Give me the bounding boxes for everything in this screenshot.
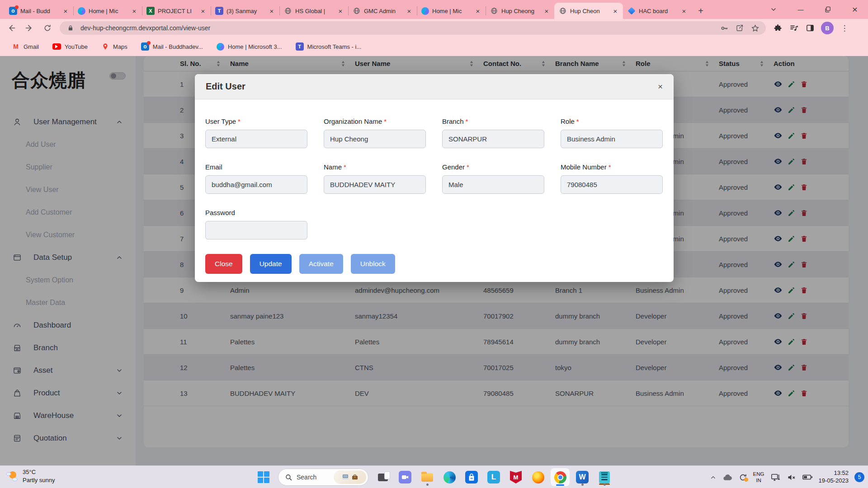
chat-icon[interactable]: [397, 468, 413, 486]
tab-close-icon[interactable]: [130, 7, 138, 15]
close-window-button[interactable]: [848, 3, 862, 16]
tab-close-icon[interactable]: [199, 7, 207, 15]
l-app-icon[interactable]: [486, 468, 501, 486]
tab-close-icon[interactable]: [474, 7, 482, 15]
tab-close-icon[interactable]: [611, 7, 619, 15]
extensions-puzzle-icon[interactable]: [772, 23, 783, 33]
bookmark-maps[interactable]: Maps: [101, 42, 127, 51]
file-explorer-icon[interactable]: [420, 468, 435, 486]
modal-title: Edit User: [206, 81, 245, 92]
clock[interactable]: 13:52 19-05-2023: [819, 469, 849, 485]
reload-icon[interactable]: [41, 21, 54, 35]
firefox-icon[interactable]: [530, 468, 546, 486]
media-controls-icon[interactable]: [788, 23, 799, 33]
word-icon[interactable]: [575, 468, 590, 486]
address-bar[interactable]: dev-hup-cheongcrm.devxportal.com/view-us…: [60, 21, 766, 35]
weather-widget[interactable]: 35°C Partly sunny: [5, 468, 55, 484]
tab-close-icon[interactable]: [61, 7, 70, 15]
bookmark-teams[interactable]: Microsoft Teams - i...: [296, 42, 362, 51]
tab-close-icon[interactable]: [268, 7, 276, 15]
task-view-icon[interactable]: [375, 468, 391, 486]
tab-mail[interactable]: Mail - Budd: [5, 3, 73, 19]
tray-chevron-up-icon[interactable]: [710, 474, 717, 481]
email-input[interactable]: [205, 175, 307, 194]
tab-hup-cheong-1[interactable]: Hup Cheong: [486, 3, 554, 19]
back-icon[interactable]: [5, 21, 18, 35]
mobile-number-input[interactable]: [561, 175, 663, 194]
weather-condition: Partly sunny: [23, 476, 55, 484]
bookmark-ms-home[interactable]: Home | Microsoft 3...: [217, 43, 282, 51]
microsoft-store-icon[interactable]: [464, 468, 479, 486]
tab-hs-global[interactable]: HS Global |: [279, 3, 348, 19]
tab-close-icon[interactable]: [405, 7, 413, 15]
restore-button[interactable]: [821, 3, 835, 16]
gmail-icon: [12, 42, 20, 51]
windows-icon: [258, 471, 269, 483]
field-label: Email: [205, 163, 222, 171]
url-text[interactable]: dev-hup-cheongcrm.devxportal.com/view-us…: [80, 24, 714, 32]
tab-hup-cheong-active[interactable]: Hup Cheon: [554, 3, 623, 19]
field-gender: Gender: [442, 163, 544, 194]
notification-badge[interactable]: 5: [854, 472, 864, 482]
bookmark-star-icon[interactable]: [750, 23, 760, 33]
bookmarks-bar: Gmail YouTube Maps Mail - Buddhadev... H…: [0, 37, 868, 56]
field-user-type: User Type: [205, 117, 307, 148]
organization-name-input[interactable]: [324, 130, 426, 148]
password-key-icon[interactable]: [719, 23, 730, 33]
field-label: Mobile Number: [561, 163, 607, 171]
battery-icon[interactable]: [802, 472, 813, 483]
tab-ms-home-2[interactable]: Home | Mic: [417, 3, 486, 19]
mcafee-icon[interactable]: [508, 468, 524, 486]
modal-body: User Type Organization Name Branch Role: [195, 99, 674, 282]
gender-input[interactable]: [442, 175, 544, 194]
unblock-button[interactable]: Unblock: [351, 254, 395, 274]
user-type-input[interactable]: [205, 130, 307, 148]
tab-hac-board[interactable]: HAC board: [623, 3, 692, 19]
browser-menu-icon[interactable]: [839, 23, 850, 33]
tab-title: HAC board: [639, 8, 677, 14]
update-pending-icon[interactable]: [739, 473, 747, 482]
tab-search-chevron-icon[interactable]: [767, 3, 780, 16]
role-input[interactable]: [561, 130, 663, 148]
lock-icon[interactable]: [65, 23, 76, 33]
notepad-icon[interactable]: [597, 468, 612, 486]
close-button[interactable]: Close: [205, 254, 242, 274]
tab-teams[interactable]: (3) Sanmay: [211, 3, 279, 19]
edge-icon[interactable]: [442, 468, 457, 486]
start-button[interactable]: [256, 468, 271, 486]
volume-muted-icon[interactable]: [787, 473, 796, 482]
taskbar-search[interactable]: Search: [278, 469, 368, 486]
modal-close-icon[interactable]: ×: [658, 82, 663, 92]
name-input[interactable]: [324, 175, 426, 194]
pen-display-icon[interactable]: [770, 472, 781, 483]
field-label: Role: [561, 117, 575, 125]
language-indicator[interactable]: ENG IN: [753, 471, 764, 484]
tab-ms-home-1[interactable]: Home | Mic: [73, 3, 142, 19]
profile-avatar[interactable]: B: [821, 22, 834, 34]
activate-button[interactable]: Activate: [299, 254, 343, 274]
password-input[interactable]: [205, 221, 307, 239]
chrome-icon[interactable]: [552, 468, 568, 486]
new-tab-button[interactable]: [694, 5, 707, 17]
bookmark-gmail[interactable]: Gmail: [12, 42, 39, 51]
bookmark-youtube[interactable]: YouTube: [52, 43, 88, 50]
side-panel-icon[interactable]: [805, 23, 816, 33]
globe-favicon: [284, 7, 292, 15]
required-asterisk: [236, 117, 241, 125]
forward-icon[interactable]: [23, 21, 36, 35]
tab-close-icon[interactable]: [336, 7, 344, 15]
minimize-button[interactable]: [794, 3, 807, 16]
share-icon[interactable]: [734, 23, 745, 33]
tab-title: (3) Sanmay: [226, 8, 264, 14]
tab-title: Home | Mic: [89, 8, 127, 14]
branch-input[interactable]: [442, 130, 544, 148]
update-button[interactable]: Update: [250, 254, 292, 274]
bookmark-outlook-mail[interactable]: Mail - Buddhadev...: [141, 42, 203, 51]
onedrive-cloud-icon[interactable]: [722, 472, 733, 483]
globe-favicon: [353, 7, 361, 15]
tab-close-icon[interactable]: [542, 7, 551, 15]
tab-gmc-admin[interactable]: GMC Admin: [348, 3, 417, 19]
field-label: Organization Name: [324, 117, 382, 125]
tab-excel-project[interactable]: PROJECT LI: [142, 3, 211, 19]
tab-close-icon[interactable]: [680, 7, 688, 15]
